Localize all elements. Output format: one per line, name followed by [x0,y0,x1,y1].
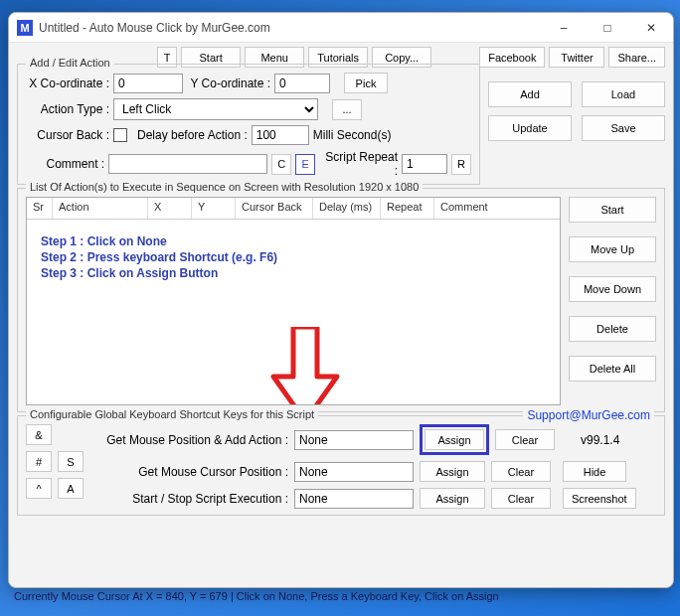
list-title: List Of Action(s) to Execute in Sequence… [26,181,423,193]
delete-all-button[interactable]: Delete All [569,356,656,382]
save-button[interactable]: Save [582,115,665,141]
cursor-back-label: Cursor Back : [26,128,109,142]
col-repeat[interactable]: Repeat [381,198,434,219]
hide-button[interactable]: Hide [563,461,626,482]
add-edit-group: Add / Edit Action X Co-ordinate : Y Co-o… [17,64,480,185]
script-repeat-label: Script Repeat : [323,150,398,178]
xcoord-input[interactable] [113,74,183,93]
load-button[interactable]: Load [582,81,665,107]
key-amp[interactable]: & [26,424,52,445]
col-delay[interactable]: Delay (ms) [313,198,381,219]
assign-highlight: Assign [420,424,489,455]
tutorial-overlay: Step 1 : Click on None Step 2 : Press ke… [41,233,277,282]
add-edit-title: Add / Edit Action [26,57,114,69]
col-x[interactable]: X [148,198,192,219]
status-bar: Currently Mouse Cursor At X = 840, Y = 6… [8,588,672,604]
app-window: M Untitled - Auto Mouse Click by MurGee.… [8,12,674,588]
screenshot-button[interactable]: Screenshot [563,488,636,509]
cursor-back-checkbox[interactable] [113,128,127,142]
tutorial-step1: Step 1 : Click on None [41,233,277,249]
shortcut3-input[interactable] [294,489,414,509]
xcoord-label: X Co-ordinate : [26,77,109,90]
minimize-button[interactable]: – [542,13,586,43]
e-button[interactable]: E [295,154,315,175]
share-button[interactable]: Share... [608,47,665,68]
clear1-button[interactable]: Clear [495,429,555,450]
col-sr[interactable]: Sr [27,198,53,219]
window-title: Untitled - Auto Mouse Click by MurGee.co… [39,21,542,35]
col-comment[interactable]: Comment [434,198,560,219]
titlebar: M Untitled - Auto Mouse Click by MurGee.… [9,13,673,43]
col-y[interactable]: Y [192,198,236,219]
delete-button[interactable]: Delete [569,316,656,342]
maximize-button[interactable]: □ [586,13,629,43]
delay-label: Delay before Action : [137,128,248,142]
shortcut1-input[interactable] [294,430,414,450]
app-icon: M [17,20,33,36]
col-cursor-back[interactable]: Cursor Back [236,198,313,219]
action-more-button[interactable]: ... [332,99,362,120]
shortcut2-label: Get Mouse Cursor Position : [93,465,288,479]
comment-input[interactable] [108,154,267,174]
update-button[interactable]: Update [488,115,572,141]
shortcut1-label: Get Mouse Position & Add Action : [93,433,288,447]
clear3-button[interactable]: Clear [491,488,551,509]
c-button[interactable]: C [271,154,291,175]
script-repeat-input[interactable] [402,154,447,174]
move-up-button[interactable]: Move Up [569,236,656,262]
shortcut-group: Configurable Global Keyboard Shortcut Ke… [17,415,665,516]
facebook-button[interactable]: Facebook [479,47,545,68]
shortcut-title: Configurable Global Keyboard Shortcut Ke… [26,408,318,420]
clear2-button[interactable]: Clear [491,461,551,482]
close-button[interactable]: ✕ [629,13,673,43]
assign3-button[interactable]: Assign [420,488,485,509]
ycoord-label: Y Co-ordinate : [187,77,270,90]
comment-label: Comment : [26,157,104,171]
assign2-button[interactable]: Assign [420,461,485,482]
tutorial-step2: Step 2 : Press keyboard Shortcut (e.g. F… [41,249,277,265]
action-list-table[interactable]: Sr Action X Y Cursor Back Delay (ms) Rep… [26,197,561,405]
shortcut3-label: Start / Stop Script Execution : [93,492,288,506]
r-button[interactable]: R [451,154,471,175]
delay-input[interactable] [252,125,309,145]
key-s[interactable]: S [58,451,84,472]
arrow-down-icon [265,327,345,405]
support-link[interactable]: Support@MurGee.com [523,408,654,422]
action-type-label: Action Type : [26,102,109,116]
pick-button[interactable]: Pick [344,73,388,93]
signature-keys: & #S ^A [26,424,84,509]
tutorial-step3: Step 3 : Click on Assign Button [41,265,277,281]
key-caret[interactable]: ^ [26,478,52,499]
assign1-button[interactable]: Assign [425,429,484,450]
list-group: List Of Action(s) to Execute in Sequence… [17,188,665,412]
twitter-button[interactable]: Twitter [549,47,604,68]
shortcut2-input[interactable] [294,462,414,482]
col-action[interactable]: Action [53,198,148,219]
version-label: v99.1.4 [581,433,619,447]
ycoord-input[interactable] [274,74,330,93]
key-hash[interactable]: # [26,451,52,472]
delay-unit-label: Milli Second(s) [313,128,392,142]
key-a[interactable]: A [58,478,84,499]
action-type-select[interactable]: Left Click [113,98,318,120]
add-button[interactable]: Add [488,81,572,107]
list-start-button[interactable]: Start [569,197,656,223]
move-down-button[interactable]: Move Down [569,276,656,302]
